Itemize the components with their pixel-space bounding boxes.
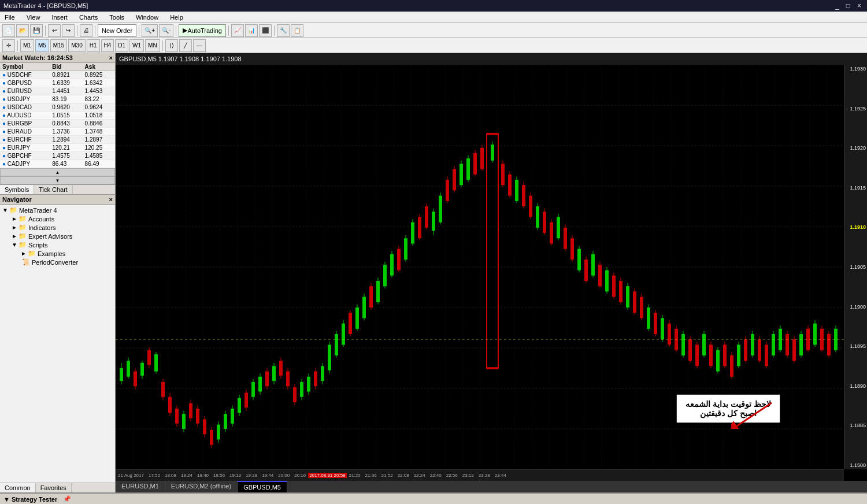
svg-rect-185 [723, 344, 727, 366]
market-watch-header: Market Watch: 16:24:53 × [0, 53, 115, 63]
tab-tick-chart[interactable]: Tick Chart [34, 185, 73, 194]
minimize-btn[interactable]: _ [833, 2, 842, 10]
chart-main[interactable]: 1.1930 1.1925 1.1920 1.1915 1.1910 1.190… [116, 65, 867, 481]
period-m1[interactable]: M1 [20, 39, 34, 52]
chart-btn2[interactable]: 📊 [245, 24, 258, 37]
tab-favorites[interactable]: Favorites [36, 483, 72, 492]
svg-rect-161 [640, 297, 643, 318]
ask-cell: 0.8925 [83, 71, 115, 79]
market-watch-row[interactable]: ● EURAUD 1.3736 1.3748 [0, 128, 115, 136]
market-watch-row[interactable]: ● USDCHF 0.8921 0.8925 [0, 71, 115, 79]
period-mn[interactable]: MN [145, 39, 160, 52]
menu-view[interactable]: View [24, 13, 43, 22]
price-10: 1.1885 [846, 423, 866, 428]
undo-btn[interactable]: ↩ [48, 24, 61, 37]
market-watch-scroll-down[interactable]: ▼ [0, 176, 115, 184]
redo-btn[interactable]: ↪ [62, 24, 75, 37]
price-4: 1.1915 [846, 185, 866, 191]
indicator-btn[interactable]: 🔧 [277, 24, 290, 37]
menu-window[interactable]: Window [134, 13, 161, 22]
tree-item-expert-advisors[interactable]: ►📁Expert Advisors [0, 232, 115, 240]
print-btn[interactable]: 🖨 [80, 24, 92, 37]
period-m15[interactable]: M15 [50, 39, 67, 52]
sep8 [17, 40, 18, 51]
svg-rect-48 [244, 392, 248, 407]
market-watch-row[interactable]: ● USDJPY 83.19 83.22 [0, 95, 115, 103]
market-watch-close[interactable]: × [109, 54, 113, 61]
period-d1[interactable]: D1 [115, 39, 128, 52]
menu-charts[interactable]: Charts [77, 13, 100, 22]
tree-item-examples[interactable]: ►📁Examples [0, 249, 115, 258]
open-btn[interactable]: 📂 [16, 24, 29, 37]
price-axis: 1.1930 1.1925 1.1920 1.1915 1.1910 1.190… [844, 65, 867, 469]
market-watch-row[interactable]: ● EURGBP 0.8843 0.8846 [0, 120, 115, 128]
zoom-in-btn[interactable]: 🔍+ [142, 24, 158, 37]
navigator-close[interactable]: × [109, 196, 113, 203]
market-watch-row[interactable]: ● AUDUSD 1.0515 1.0518 [0, 112, 115, 120]
period-h1[interactable]: H1 [87, 39, 100, 52]
tab-common[interactable]: Common [0, 483, 36, 492]
time-10: 20:00 [276, 473, 292, 478]
auto-trading-btn[interactable]: ▶ AutoTrading [179, 24, 226, 37]
new-btn[interactable]: 📄 [2, 24, 15, 37]
svg-rect-50 [251, 382, 255, 397]
market-watch-row[interactable]: ● EURCHF 1.2894 1.2897 [0, 136, 115, 144]
maximize-btn[interactable]: □ [844, 2, 853, 10]
svg-rect-187 [730, 355, 733, 377]
svg-rect-179 [702, 334, 706, 355]
svg-rect-22 [154, 354, 158, 371]
tab-symbols[interactable]: Symbols [0, 185, 34, 194]
tree-item-periodconverter[interactable]: 📜PeriodConverter [0, 258, 115, 266]
svg-rect-42 [224, 414, 227, 429]
svg-rect-100 [425, 206, 428, 228]
time-6: 18:56 [211, 473, 227, 478]
st-pin[interactable]: 📌 [63, 495, 71, 503]
chart-btn3[interactable]: ⬛ [259, 24, 272, 37]
crosshair-btn[interactable]: ✛ [2, 39, 15, 52]
svg-rect-116 [480, 148, 484, 169]
window-controls[interactable]: _ □ × [833, 2, 864, 10]
fibo-btn[interactable]: ⟨⟩ [165, 39, 178, 52]
tree-item-indicators[interactable]: ►📁Indicators [0, 223, 115, 232]
time-12: 2017.08.31 20:58 [308, 473, 346, 478]
tree-item-scripts[interactable]: ▼📁Scripts [0, 240, 115, 249]
svg-rect-32 [189, 403, 192, 418]
market-watch-table: Symbol Bid Ask ● USDCHF 0.8921 0.8925 ● … [0, 63, 115, 168]
market-watch-row[interactable]: ● USDCAD 0.9620 0.9624 [0, 103, 115, 112]
new-order-btn[interactable]: New Order [98, 24, 136, 37]
menu-help[interactable]: Help [168, 13, 186, 22]
hline-btn[interactable]: — [193, 39, 206, 52]
period-h4[interactable]: H4 [101, 39, 114, 52]
menu-insert[interactable]: Insert [49, 13, 70, 22]
time-5: 18:40 [195, 473, 211, 478]
market-watch-row[interactable]: ● EURJPY 120.21 120.25 [0, 144, 115, 152]
market-watch-row[interactable]: ● GBPUSD 1.6339 1.6342 [0, 79, 115, 87]
market-watch-row[interactable]: ● CADJPY 86.43 86.49 [0, 160, 115, 168]
price-2: 1.1925 [846, 106, 866, 112]
ctab-eurusd-m1[interactable]: EURUSD,M1 [116, 481, 165, 492]
market-watch-scroll-up[interactable]: ▲ [0, 168, 115, 176]
market-watch-row[interactable]: ● EURUSD 1.4451 1.4453 [0, 87, 115, 95]
chart-btn1[interactable]: 📈 [231, 24, 244, 37]
menu-file[interactable]: File [2, 13, 17, 22]
menu-tools[interactable]: Tools [107, 13, 127, 22]
save-btn[interactable]: 💾 [30, 24, 43, 37]
market-watch-row[interactable]: ● GBPCHF 1.4575 1.4585 [0, 152, 115, 160]
period-w1[interactable]: W1 [129, 39, 144, 52]
period-m30[interactable]: M30 [68, 39, 85, 52]
ctab-gbpusd-m5[interactable]: GBPUSD,M5 [238, 481, 287, 492]
ctab-eurusd-m2[interactable]: EURUSD,M2 (offline) [165, 481, 238, 492]
zoom-out-btn[interactable]: 🔍- [159, 24, 173, 37]
symbol-cell: ● EURJPY [0, 144, 50, 152]
tpl-btn[interactable]: 📋 [291, 24, 303, 37]
line-btn[interactable]: ╱ [179, 39, 192, 52]
bid-cell: 1.4451 [50, 87, 82, 95]
svg-rect-195 [758, 339, 761, 361]
svg-rect-173 [681, 334, 685, 355]
svg-rect-203 [786, 334, 789, 355]
period-m5[interactable]: M5 [35, 39, 49, 52]
svg-rect-70 [321, 366, 324, 381]
tree-item-accounts[interactable]: ►📁Accounts [0, 214, 115, 223]
close-btn[interactable]: × [855, 2, 864, 10]
tree-item-metatrader-4[interactable]: ▼📁MetaTrader 4 [0, 206, 115, 214]
